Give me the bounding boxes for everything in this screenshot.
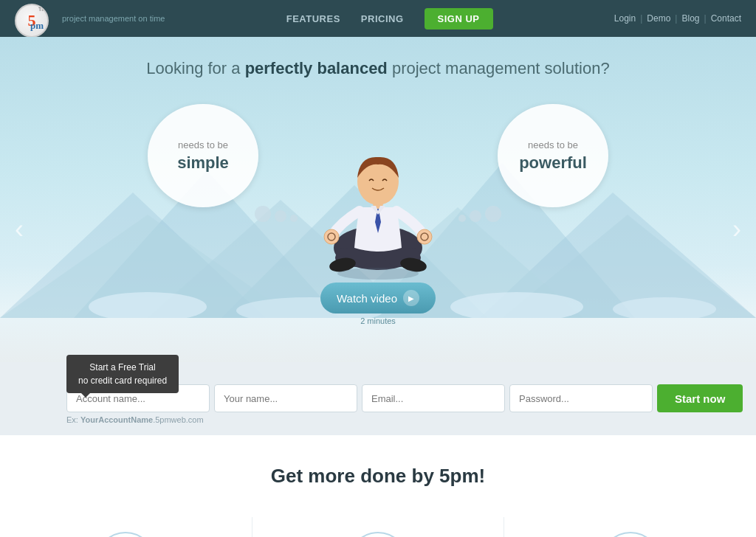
tasks-icon-circle bbox=[96, 532, 155, 537]
form-hint: Ex: YourAccountName.5pmweb.com bbox=[0, 412, 756, 424]
features-row bbox=[0, 517, 756, 537]
your-name-input[interactable] bbox=[214, 384, 357, 412]
nav-pricing[interactable]: PRICING bbox=[361, 13, 404, 24]
free-trial-badge: Start a Free Trial no credit card requir… bbox=[66, 355, 179, 393]
svg-point-19 bbox=[417, 229, 432, 244]
bottom-section: Get more done by 5pm! bbox=[0, 435, 756, 537]
tagline: project management on time bbox=[62, 14, 165, 23]
nav-demo[interactable]: Demo bbox=[647, 13, 670, 24]
feature-tasks bbox=[0, 517, 252, 537]
bubble-tail-left bbox=[255, 206, 298, 222]
hero-headline: Looking for a perfectly balanced project… bbox=[0, 52, 756, 89]
logo-tm-text: TM bbox=[38, 7, 46, 12]
secondary-nav: Login | Demo | Blog | Contact bbox=[614, 13, 741, 24]
docs-icon-circle bbox=[348, 532, 408, 537]
nav-blog[interactable]: Blog bbox=[681, 13, 699, 24]
watch-video-label: Watch video bbox=[337, 292, 397, 305]
header: 5 pm TM project management on time FEATU… bbox=[0, 0, 756, 37]
bottom-title: Get more done by 5pm! bbox=[0, 465, 756, 488]
main-nav: FEATURES PRICING SIGN UP bbox=[286, 8, 493, 30]
clock-icon-circle bbox=[601, 532, 660, 537]
meditating-figure: Watch video ▶ 2 minutes bbox=[304, 119, 452, 325]
video-duration: 2 minutes bbox=[304, 316, 452, 325]
bubbles-area: needs to be simple needs to be powerful bbox=[0, 97, 756, 362]
header-left: 5 pm TM project management on time bbox=[15, 4, 165, 33]
email-input[interactable] bbox=[362, 384, 505, 412]
bubble-tail-right bbox=[458, 206, 501, 222]
start-now-button[interactable]: Start now bbox=[657, 384, 743, 412]
hero-section: Looking for a perfectly balanced project… bbox=[0, 37, 756, 362]
watch-video-button[interactable]: Watch video ▶ bbox=[320, 283, 436, 313]
nav-features[interactable]: FEATURES bbox=[286, 13, 340, 24]
nav-login[interactable]: Login bbox=[614, 13, 636, 24]
bubble-simple: needs to be simple bbox=[148, 104, 258, 207]
logo: 5 pm TM bbox=[15, 4, 53, 33]
carousel-next-arrow[interactable]: › bbox=[725, 207, 749, 252]
svg-point-17 bbox=[324, 229, 339, 244]
nav-contact[interactable]: Contact bbox=[711, 13, 741, 24]
carousel-prev-arrow[interactable]: ‹ bbox=[7, 207, 31, 252]
signup-form-section: Start a Free Trial no credit card requir… bbox=[0, 362, 756, 435]
feature-docs bbox=[252, 517, 505, 537]
logo-pm-text: pm bbox=[30, 20, 44, 32]
feature-time bbox=[504, 517, 756, 537]
play-icon: ▶ bbox=[403, 290, 419, 306]
signup-button[interactable]: SIGN UP bbox=[425, 8, 493, 30]
password-input[interactable] bbox=[509, 384, 653, 412]
bubble-powerful: needs to be powerful bbox=[498, 104, 608, 207]
